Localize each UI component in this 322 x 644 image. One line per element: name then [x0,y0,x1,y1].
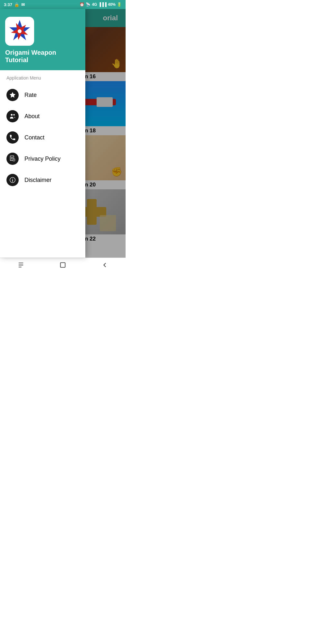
svg-point-21 [12,178,13,179]
battery: 40% [108,2,116,7]
hotspot-icon: 📡 [86,2,90,7]
nav-home-button[interactable] [53,258,72,272]
about-label: About [24,113,40,120]
info-icon [6,174,19,186]
main-wrapper: orial 🤚 hi Weapon 16 hi Weapon 18 [0,9,126,258]
contact-label: Contact [24,134,44,141]
recents-icon [101,261,108,269]
drawer: Origami Weapon Tutorial Application Menu… [0,9,85,258]
back-icon [17,261,24,269]
star-icon [6,89,19,101]
bottom-nav [0,258,126,272]
drawer-header: Origami Weapon Tutorial [0,9,85,70]
nav-back-button[interactable] [11,258,31,272]
people-icon [6,110,19,122]
dim-overlay[interactable] [85,9,126,258]
document-svg [9,155,16,162]
document-icon [6,153,19,165]
rate-label: Rate [24,92,37,99]
menu-item-privacy[interactable]: Privacy Policy [0,148,85,169]
svg-point-10 [11,114,13,116]
status-right: ⏰ 📡 4G ▐▐▐ 40% 🔋 [80,2,122,7]
app-icon [5,17,34,46]
svg-point-9 [18,29,22,33]
phone-icon [6,131,19,144]
home-icon [59,261,66,269]
email-icon: ✉ [21,2,25,7]
menu-item-rate[interactable]: Rate [0,84,85,106]
menu-item-contact[interactable]: Contact [0,127,85,148]
status-left: 3:37 🔒 ✉ [4,2,25,7]
battery-icon: 🔋 [117,2,122,7]
info-svg [9,176,16,184]
alarm-icon: ⏰ [80,2,84,7]
app-title: Origami Weapon Tutorial [5,49,80,64]
privacy-label: Privacy Policy [24,156,61,162]
phone-svg [9,134,16,141]
time: 3:37 [4,2,12,7]
drawer-body: Application Menu Rate [0,70,85,258]
menu-item-about[interactable]: About [0,106,85,127]
network-type: 4G [92,2,97,7]
svg-point-11 [13,114,15,116]
lock-icon: 🔒 [14,2,19,7]
app-icon-svg [7,18,33,44]
people-svg [9,113,16,120]
status-bar: 3:37 🔒 ✉ ⏰ 📡 4G ▐▐▐ 40% 🔋 [0,0,126,9]
menu-item-disclaimer[interactable]: Disclaimer [0,169,85,191]
signal-bars: ▐▐▐ [98,2,107,7]
svg-rect-16 [13,159,15,161]
svg-rect-25 [61,262,65,267]
section-label: Application Menu [0,75,85,84]
star-svg [9,91,16,99]
disclaimer-label: Disclaimer [24,177,52,184]
nav-recents-button[interactable] [95,258,114,272]
